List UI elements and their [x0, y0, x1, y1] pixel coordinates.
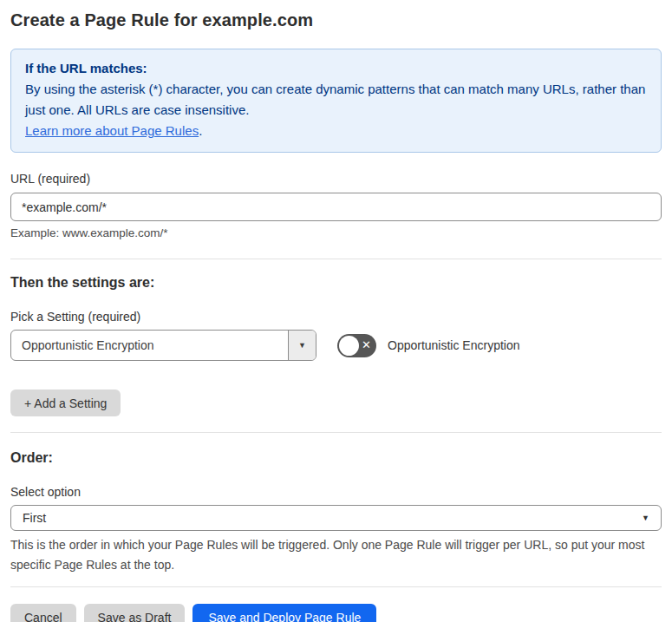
- order-select-label: Select option: [10, 485, 662, 499]
- cancel-button[interactable]: Cancel: [10, 604, 76, 622]
- setting-combobox-value: Opportunistic Encryption: [11, 331, 288, 360]
- toggle-knob: [339, 336, 359, 356]
- save-and-deploy-button[interactable]: Save and Deploy Page Rule: [192, 604, 376, 622]
- divider: [10, 432, 662, 433]
- url-input[interactable]: [10, 193, 662, 221]
- link-period: .: [199, 123, 202, 138]
- save-as-draft-button[interactable]: Save as Draft: [84, 604, 186, 622]
- footer-actions: Cancel Save as Draft Save and Deploy Pag…: [10, 604, 662, 622]
- chevron-down-icon[interactable]: ▼: [288, 331, 316, 360]
- info-box-body: By using the asterisk (*) character, you…: [25, 79, 647, 141]
- caret-down-icon: ▼: [642, 514, 649, 522]
- order-section-heading: Order:: [10, 450, 662, 466]
- opportunistic-encryption-toggle[interactable]: ✕: [337, 334, 376, 357]
- url-matches-info-box: If the URL matches: By using the asteris…: [10, 49, 662, 153]
- order-helper-text: This is the order in which your Page Rul…: [10, 535, 656, 575]
- divider: [10, 259, 662, 259]
- toggle-off-x-icon: ✕: [362, 339, 371, 350]
- setting-combobox[interactable]: Opportunistic Encryption ▼: [10, 330, 316, 361]
- toggle-setting-label: Opportunistic Encryption: [388, 338, 520, 352]
- page-title: Create a Page Rule for example.com: [10, 10, 662, 30]
- order-select-value: First: [23, 511, 46, 525]
- pick-setting-label: Pick a Setting (required): [10, 310, 662, 324]
- settings-section-heading: Then the settings are:: [10, 275, 662, 291]
- info-box-heading: If the URL matches:: [25, 58, 647, 79]
- add-setting-button[interactable]: + Add a Setting: [10, 390, 121, 416]
- info-box-body-text: By using the asterisk (*) character, you…: [25, 82, 645, 117]
- setting-picker-row: Opportunistic Encryption ▼ ✕ Opportunist…: [10, 330, 662, 361]
- learn-more-link[interactable]: Learn more about Page Rules: [25, 123, 199, 138]
- url-field-label: URL (required): [10, 172, 662, 186]
- divider: [10, 586, 662, 587]
- url-example-helper: Example: www.example.com/*: [10, 226, 662, 239]
- order-select[interactable]: First ▼: [10, 505, 662, 531]
